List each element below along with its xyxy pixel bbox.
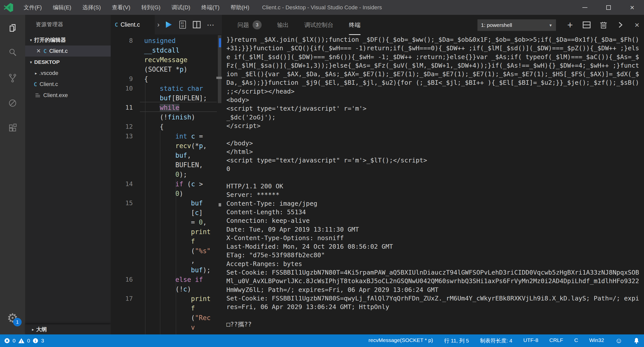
code-row[interactable]: (SOCKET *p) bbox=[111, 65, 218, 74]
tree-item-clientc[interactable]: C Client.c bbox=[25, 79, 111, 90]
code-row[interactable]: recvMessage bbox=[111, 55, 218, 65]
code-row[interactable]: 10static char bbox=[111, 84, 218, 93]
outline-label: 大纲 bbox=[36, 326, 47, 333]
folder-section-desktop[interactable]: ▾ DESKTOP bbox=[25, 57, 111, 68]
code-row[interactable]: __stdcall bbox=[111, 46, 218, 55]
split-editor-button[interactable] bbox=[190, 15, 204, 34]
terminal-shell-select[interactable]: 1: powershell ▼ bbox=[477, 19, 556, 31]
sidebar-item-extensions[interactable] bbox=[0, 118, 25, 138]
token: p bbox=[199, 142, 203, 150]
code-row[interactable]: 16else if bbox=[111, 275, 218, 284]
menu-item-4[interactable]: 转到(G) bbox=[136, 0, 166, 15]
status-item-3[interactable]: UTF-8 bbox=[523, 337, 538, 344]
menu-item-3[interactable]: 查看(V) bbox=[106, 0, 136, 15]
code-row[interactable]: 8unsigned bbox=[111, 36, 218, 46]
tree-item-clientexe[interactable]: Client.exe bbox=[25, 90, 111, 101]
feedback-smiley-icon[interactable]: ☺ bbox=[615, 337, 622, 345]
code-row[interactable]: ("%s" bbox=[111, 246, 218, 256]
problems-status[interactable]: 0 ! 0 i 3 bbox=[4, 338, 44, 344]
code-row[interactable]: v bbox=[111, 323, 218, 332]
code-row[interactable]: buf); bbox=[111, 265, 218, 275]
maximize-icon bbox=[606, 5, 611, 10]
token: recvMessage bbox=[144, 56, 187, 64]
notifications-bell-icon[interactable] bbox=[633, 337, 639, 344]
open-editor-item-clientc[interactable]: ✕ C Client.c bbox=[25, 46, 111, 57]
status-item-2[interactable]: 制表符长度: 4 bbox=[480, 337, 512, 344]
code-row[interactable]: ("Rec bbox=[111, 313, 218, 323]
code-row[interactable]: conne bbox=[111, 332, 218, 334]
code-row[interactable]: print bbox=[111, 227, 218, 237]
code-row[interactable]: 17print bbox=[111, 294, 218, 303]
token: "%s" bbox=[195, 247, 211, 255]
open-editors-label: 打开的编辑器 bbox=[34, 36, 66, 44]
tree-item-vscode[interactable]: ▸ .vscode bbox=[25, 68, 111, 79]
maximize-panel-button[interactable] bbox=[613, 15, 627, 35]
code-row[interactable]: 13int c = bbox=[111, 132, 218, 141]
open-editors-section[interactable]: ▾ 打开的编辑器 bbox=[25, 34, 111, 46]
menu-item-7[interactable]: 帮助(H) bbox=[225, 0, 255, 15]
maximize-button[interactable] bbox=[597, 0, 620, 15]
settings-button[interactable]: ⚙ 1 bbox=[0, 307, 25, 329]
status-item-4[interactable]: CRLF bbox=[549, 337, 563, 344]
panel-tab-0[interactable]: 问题3 bbox=[237, 15, 262, 35]
code-row[interactable]: (!finish) bbox=[111, 112, 218, 122]
editor-scrollbar[interactable] bbox=[218, 35, 222, 334]
code-row[interactable]: 15buf bbox=[111, 198, 218, 208]
menu-item-6[interactable]: 终端(T) bbox=[196, 0, 225, 15]
code-row[interactable]: recv(*p, bbox=[111, 141, 218, 151]
sidebar-item-explorer[interactable] bbox=[0, 18, 25, 38]
run-code-button[interactable] bbox=[162, 15, 176, 34]
code-row[interactable]: , bbox=[111, 256, 218, 265]
code-area[interactable]: 8unsigned__stdcallrecvMessage(SOCKET *p)… bbox=[111, 35, 218, 334]
close-button[interactable]: × bbox=[620, 0, 644, 15]
code-row[interactable]: = 0, bbox=[111, 218, 218, 227]
code-row[interactable]: 14if (c > bbox=[111, 179, 218, 189]
menu-item-2[interactable]: 选择(S) bbox=[77, 0, 106, 15]
line-number: 13 bbox=[111, 132, 133, 141]
code-row[interactable]: [c] bbox=[111, 208, 218, 218]
code-row[interactable]: f bbox=[111, 303, 218, 313]
panel-tab-1[interactable]: 输出 bbox=[277, 15, 289, 35]
sidebar-item-debug[interactable] bbox=[0, 93, 25, 113]
code-row[interactable]: f bbox=[111, 237, 218, 246]
terminal-line bbox=[226, 312, 641, 320]
code-row[interactable]: BUFLEN, bbox=[111, 160, 218, 170]
sidebar-item-search[interactable] bbox=[0, 42, 25, 63]
kill-terminal-button[interactable] bbox=[596, 15, 611, 35]
split-terminal-button[interactable] bbox=[580, 15, 594, 35]
menu-item-1[interactable]: 编辑(E) bbox=[47, 0, 77, 15]
code-row[interactable]: 0); bbox=[111, 170, 218, 179]
tree-item-label: Client.c bbox=[39, 81, 58, 88]
token: static bbox=[160, 85, 183, 92]
code-row[interactable]: buf[BUFLEN]; bbox=[111, 93, 218, 103]
terminal-output[interactable]: }}return _$AX.join(_$lX());function _$DF… bbox=[226, 35, 641, 334]
code-row[interactable]: 0) bbox=[111, 189, 218, 198]
status-item-1[interactable]: 行 11, 列 5 bbox=[444, 337, 469, 344]
close-panel-button[interactable]: × bbox=[630, 15, 644, 35]
status-item-5[interactable]: C bbox=[574, 337, 578, 344]
close-icon[interactable]: ✕ bbox=[36, 48, 41, 54]
panel-tab-label: 调试控制台 bbox=[304, 15, 333, 35]
code-row[interactable]: (!c) bbox=[111, 284, 218, 294]
code-row[interactable]: 9{ bbox=[111, 74, 218, 84]
menu-item-5[interactable]: 调试(D) bbox=[166, 0, 196, 15]
status-item-0[interactable]: recvMessage(SOCKET * p) bbox=[369, 337, 433, 344]
tab-clientc[interactable]: C Client.c bbox=[111, 15, 155, 34]
code-row[interactable]: 12{ bbox=[111, 122, 218, 132]
minimize-button[interactable] bbox=[573, 0, 597, 15]
sidebar-item-source-control[interactable] bbox=[0, 68, 25, 88]
more-actions-button[interactable]: ⋯ bbox=[204, 15, 218, 34]
hex-view-button[interactable]: 01 10 bbox=[176, 15, 190, 34]
panel-tab-2[interactable]: 调试控制台 bbox=[304, 15, 333, 35]
menu-bar: 文件(F)编辑(E)选择(S)查看(V)转到(G)调试(D)终端(T)帮助(H) bbox=[18, 0, 255, 15]
debug-icon bbox=[8, 98, 17, 108]
code-row[interactable]: buf, bbox=[111, 151, 218, 160]
code-row[interactable]: 11while bbox=[111, 103, 218, 112]
panel-tab-3[interactable]: 终端 bbox=[349, 16, 360, 35]
status-item-6[interactable]: Win32 bbox=[589, 337, 604, 344]
tree-item-label: Client.exe bbox=[43, 92, 68, 99]
menu-item-0[interactable]: 文件(F) bbox=[18, 0, 47, 15]
new-terminal-button[interactable]: + bbox=[563, 15, 577, 35]
outline-section[interactable]: ▸ 大纲 bbox=[25, 324, 111, 334]
terminal-prompt-line[interactable]: PS C:\Users\wukan\Desktop> bbox=[226, 329, 641, 334]
